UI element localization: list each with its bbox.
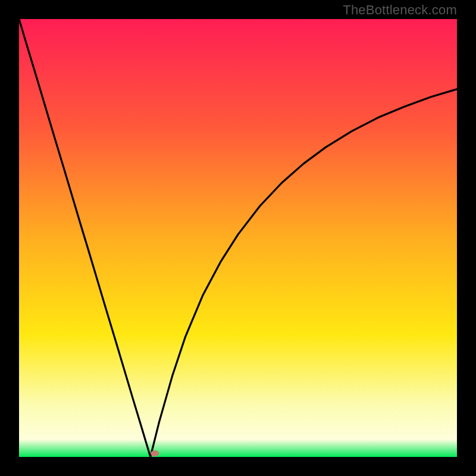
attribution-label: TheBottleneck.com xyxy=(343,2,457,18)
vertex-marker xyxy=(151,450,159,456)
chart-plot xyxy=(19,19,457,457)
chart-outer: TheBottleneck.com xyxy=(0,0,476,476)
